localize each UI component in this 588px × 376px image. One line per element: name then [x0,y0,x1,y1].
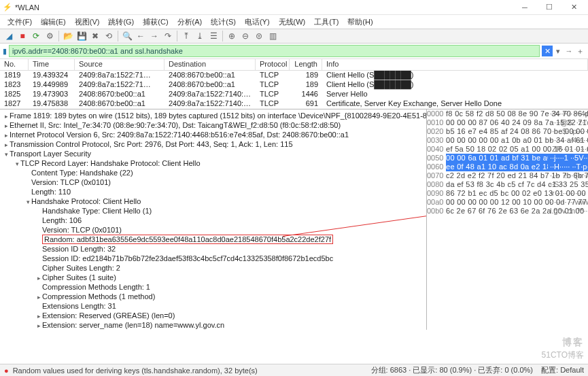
filter-add-icon[interactable]: ＋ [574,46,585,56]
error-icon: ● [4,366,9,375]
menu-tools[interactable]: 工具(T) [311,16,342,28]
tree-node[interactable]: Version: TLCP (0x0101) [0,177,426,187]
first-icon[interactable]: ⤒ [180,30,192,42]
auto-scroll-icon[interactable]: ☰ [207,30,220,42]
packet-details[interactable]: Frame 1819: 189 bytes on wire (1512 bits… [0,109,426,330]
menu-edit[interactable]: 编辑(E) [37,16,69,28]
tree-node[interactable]: Version: TLCP (0x0101) [0,225,426,235]
menubar: 文件(F) 编辑(E) 视图(V) 跳转(G) 捕获(C) 分析(A) 统计(S… [0,15,588,29]
hdr-src[interactable]: Source [75,59,165,70]
hex-row[interactable]: 0060ee 0f 48 a1 10 ac 8d 0a e2 18 54 86 … [427,163,588,171]
menu-wireless[interactable]: 无线(W) [275,16,309,28]
hex-row[interactable]: 001000 00 00 87 06 40 24 09 8a 7a 15 22 … [427,118,588,127]
maximize-button[interactable]: ☐ [538,1,561,14]
filter-clear-icon[interactable]: ✕ [542,46,553,56]
watermark-cn: 博客 [562,337,584,349]
menu-telephony[interactable]: 电话(Y) [241,16,273,28]
tree-node[interactable]: Length: 106 [0,216,426,225]
prev-icon[interactable]: ← [135,30,147,42]
statusbar: ● Random values used for deriving keys (… [0,364,588,376]
hex-row[interactable]: 00a000 00 00 00 00 12 00 10 00 00 0d 77 … [427,198,588,207]
hex-row[interactable]: 003000 00 00 00 00 a1 0b a0 01 bb 34 af … [427,136,588,145]
hdr-no[interactable]: No. [0,59,29,70]
tree-node[interactable]: Extensions Length: 31 [0,301,426,311]
tree-node[interactable]: Content Type: Handshake (22) [0,168,426,177]
tree-node[interactable]: Cipher Suites Length: 2 [0,263,426,273]
close-button[interactable]: ✕ [562,1,585,14]
options-icon[interactable]: ⚙ [44,30,56,42]
last-icon[interactable]: ⤓ [194,30,206,42]
hex-row[interactable]: 0080da ef 53 f8 3c 4b c5 cf 7c d4 c1 33 … [427,180,588,189]
menu-go[interactable]: 跳转(G) [105,16,137,28]
restart-capture-icon[interactable]: ⟳ [30,30,42,42]
hdr-len[interactable]: Length [290,59,322,70]
menu-file[interactable]: 文件(F) [4,16,35,28]
tree-node[interactable]: Compression Methods Length: 1 [0,282,426,292]
tree-node[interactable]: Handshake Type: Client Hello (1) [0,206,426,216]
tree-node[interactable]: TLCP Record Layer: Handshake Protocol: C… [0,158,426,168]
hdr-dst[interactable]: Destination [165,59,256,70]
watermark: 51CTO博客 [542,349,584,361]
tree-node[interactable]: Extension: Reserved (GREASE) (len=0) [0,311,426,320]
tree-node[interactable]: Internet Protocol Version 6, Src: 2409:8… [0,130,426,139]
menu-help[interactable]: 帮助(H) [344,16,376,28]
next-icon[interactable]: → [148,30,160,42]
filter-bar: ▮ ipv6.addr==2408:8670:be00::a1 and ssl.… [0,44,588,58]
toolbar: ◢ ■ ⟳ ⚙ 📂 💾 ✖ ⟲ 🔍 ← → ↷ ⤒ ⤓ ☰ ⊕ ⊖ ⊜ ▥ [0,29,588,44]
menu-capture[interactable]: 捕获(C) [139,16,171,28]
titlebar: ⚡ *WLAN ─ ☐ ✕ [0,0,588,15]
packet-row[interactable]: 182719.4758382408:8670:be00::a12409:8a7a… [0,99,588,109]
menu-view[interactable]: 视图(V) [71,16,103,28]
tree-node[interactable]: Handshake Protocol: Client Hello [0,196,426,206]
tree-node[interactable]: Transmission Control Protocol, Src Port:… [0,139,426,149]
tree-node[interactable]: Transport Layer Security [0,149,426,158]
resize-cols-icon[interactable]: ▥ [266,30,279,42]
wireshark-icon: ⚡ [3,3,12,12]
menu-analyze[interactable]: 分析(A) [174,16,206,28]
filter-history-icon[interactable]: ▾ [553,46,564,56]
hdr-proto[interactable]: Protocol [256,59,290,70]
menu-stats[interactable]: 统计(S) [207,16,239,28]
hex-row[interactable]: 00b06c 2e 67 6f 76 2e 63 6e 2a 2a 00 01 … [427,207,588,216]
filter-bookmark-icon[interactable]: ▮ [3,47,7,56]
save-icon[interactable]: 💾 [75,30,88,42]
hex-row[interactable]: 009086 72 b1 ec d5 bc 00 02 e0 13 01 00 … [427,189,588,198]
hdr-info[interactable]: Info [322,59,588,70]
hex-row[interactable]: 0070c2 2d e2 f2 7f 20 ed 21 84 b7 1b 7b … [427,171,588,180]
zoom-reset-icon[interactable]: ⊜ [253,30,265,42]
window-title: *WLAN [15,3,513,12]
start-capture-icon[interactable]: ◢ [3,30,15,42]
stop-capture-icon[interactable]: ■ [16,30,29,42]
filter-apply-icon[interactable]: → [564,46,574,56]
reload-icon[interactable]: ⟲ [103,30,115,42]
packet-bytes[interactable]: 0000f8 0c 58 f2 d8 50 08 8e 90 7e 34 70 … [426,109,588,330]
tree-node[interactable]: Ethernet II, Src: Intel_7e:34:70 (08:8e:… [0,120,426,130]
tree-node[interactable]: Frame 1819: 189 bytes on wire (1512 bits… [0,111,426,120]
hex-row[interactable]: 0020b5 16 e7 e4 85 af 24 08 86 70 be 00 … [427,127,588,136]
tree-node[interactable]: Length: 110 [0,187,426,196]
tree-node[interactable]: Session ID: ed2184b71b7b6b72fe23daef53f8… [0,254,426,263]
status-profile: 配置: Default [541,365,584,375]
hex-row[interactable]: 0040ef 5a 50 18 02 02 05 a1 00 00 16 01 … [427,145,588,154]
close-file-icon[interactable]: ✖ [89,30,101,42]
goto-icon[interactable]: ↷ [162,30,174,42]
minimize-button[interactable]: ─ [513,1,536,14]
hex-row[interactable]: 005000 00 6a 01 01 ad bf 31 be a6 35 56 … [427,154,588,163]
tree-node[interactable]: Cipher Suites (1 suite) [0,273,426,282]
hdr-time[interactable]: Time [29,59,75,70]
display-filter-input[interactable]: ipv6.addr==2408:8670:be00::a1 and ssl.ha… [9,45,540,57]
tree-node[interactable]: Compression Methods (1 method) [0,292,426,301]
tree-node[interactable]: Random: adbf31bea63556e9dc5593ee0f48a110… [0,235,426,244]
tree-node[interactable]: Session ID Length: 32 [0,244,426,254]
open-icon[interactable]: 📂 [62,30,74,42]
zoom-out-icon[interactable]: ⊖ [239,30,252,42]
find-icon[interactable]: 🔍 [121,30,133,42]
packet-row[interactable]: 181919.4393242409:8a7a:1522:71…2408:8670… [0,71,588,80]
zoom-in-icon[interactable]: ⊕ [226,30,238,42]
packet-list-header: No. Time Source Destination Protocol Len… [0,58,588,71]
tree-node[interactable]: Extension: server_name (len=18) name=www… [0,320,426,330]
packet-row[interactable]: 182319.4499892409:8a7a:1522:71…2408:8670… [0,80,588,90]
hex-row[interactable]: 0000f8 0c 58 f2 d8 50 08 8e 90 7e 34 70 … [427,109,588,118]
packet-list[interactable]: 181919.4393242409:8a7a:1522:71…2408:8670… [0,71,588,109]
packet-row[interactable]: 182519.4739032408:8670:be00::a12409:8a7a… [0,90,588,99]
